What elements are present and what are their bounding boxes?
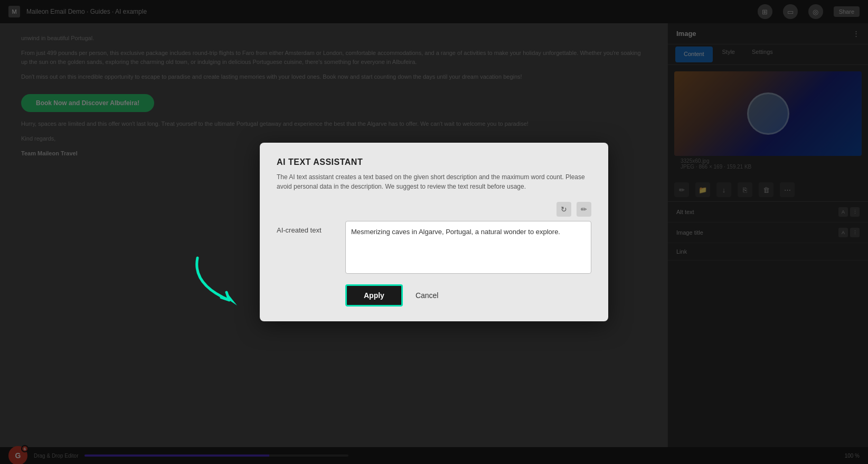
arrow-annotation <box>187 253 287 316</box>
cancel-button[interactable]: Cancel <box>411 286 443 305</box>
modal-overlay: AI TEXT ASSISTANT The AI text assistant … <box>0 0 868 464</box>
refresh-button[interactable]: ↻ <box>556 202 571 217</box>
modal-description: The AI text assistant creates a text bas… <box>277 172 591 191</box>
apply-button[interactable]: Apply <box>345 284 403 307</box>
modal-toolbar: ↻ ✏ <box>277 202 591 217</box>
modal-title: AI TEXT ASSISTANT <box>277 157 591 167</box>
ai-created-text-input[interactable] <box>345 221 591 274</box>
modal-actions: Apply Cancel <box>277 284 591 307</box>
modal-field-row: AI-created text <box>277 221 591 274</box>
ai-created-text-label: AI-created text <box>277 221 335 234</box>
ai-text-assistant-modal: AI TEXT ASSISTANT The AI text assistant … <box>260 143 608 321</box>
edit-button[interactable]: ✏ <box>577 202 591 217</box>
